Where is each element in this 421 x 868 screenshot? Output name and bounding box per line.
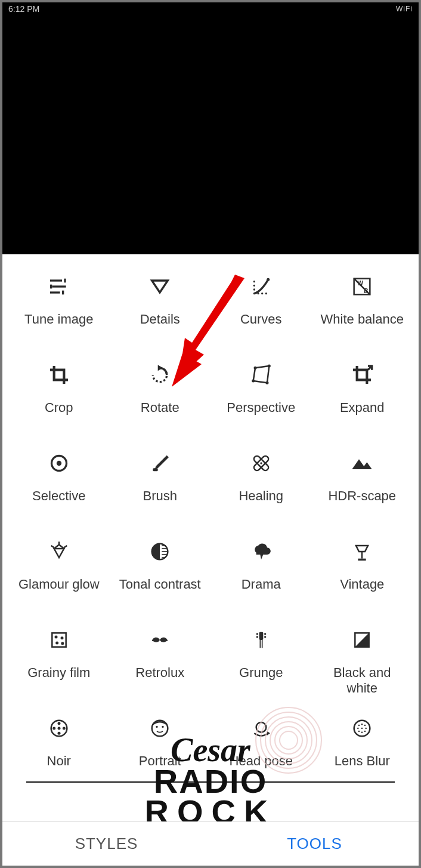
blur-circle-icon [348,714,376,743]
tool-expand[interactable]: Expand [312,361,413,432]
tool-noir[interactable]: Noir [8,714,110,786]
tool-grunge[interactable]: Grunge [210,626,312,697]
svg-point-68 [364,725,366,727]
bw-square-icon [348,626,376,654]
svg-point-18 [253,367,256,370]
tool-label: Lens Blur [335,753,390,769]
reel-icon [45,714,73,743]
tool-drama[interactable]: Drama [210,537,312,609]
tool-tune-image[interactable]: Tune image [8,272,110,344]
tool-label: Grunge [239,665,283,681]
tool-black-and-white[interactable]: Black and white [312,626,413,697]
tool-label: Tune image [24,312,93,327]
svg-point-45 [61,642,64,645]
bottom-tabs: STYLES TOOLS [2,821,419,866]
svg-point-51 [264,633,266,635]
tool-head-pose[interactable]: Head pose [210,714,312,786]
svg-point-19 [268,365,271,368]
svg-point-55 [57,722,60,725]
image-preview[interactable] [2,16,419,254]
tool-label: Healing [239,488,283,504]
tool-healing[interactable]: Healing [210,449,312,521]
svg-point-73 [361,731,363,733]
half-circle-icon [146,537,174,566]
svg-rect-3 [50,285,52,289]
tool-label: Black and white [317,665,407,697]
svg-point-11 [261,293,263,294]
cloud-bolt-icon [247,537,275,566]
tool-label: Expand [340,400,385,415]
wb-icon: WB [348,272,376,301]
tool-grainy-film[interactable]: Grainy film [8,626,110,697]
guitar-head-icon [247,626,275,654]
diamond-shine-icon [45,537,73,566]
status-right: WiFi [396,5,413,13]
svg-point-23 [57,461,61,466]
app-frame: 6:12 PM WiFi Tune imageDetailsCurvesWBWh… [0,0,421,868]
brush-icon [146,449,174,478]
svg-point-66 [358,725,360,727]
head-rotate-icon [247,714,275,743]
tool-hdr-scape[interactable]: HDR-scape [312,449,413,521]
status-wifi: WiFi [396,5,413,13]
tool-rotate[interactable]: Rotate [110,361,211,432]
svg-point-9 [253,281,255,282]
tools-grid: Tune imageDetailsCurvesWBWhite balanceCr… [2,254,419,792]
svg-marker-28 [352,459,372,469]
svg-point-44 [55,642,58,645]
svg-rect-1 [64,279,66,283]
tool-white-balance[interactable]: WBWhite balance [312,272,413,344]
svg-point-27 [260,462,262,464]
svg-point-52 [264,636,266,638]
tool-label: Crop [45,400,73,415]
curves-icon [247,272,275,301]
svg-point-67 [361,724,363,725]
svg-point-70 [361,728,363,730]
crop-icon [45,361,73,389]
tool-brush[interactable]: Brush [110,449,211,521]
status-bar: 6:12 PM WiFi [2,2,419,16]
tool-label: Perspective [227,400,295,415]
target-icon [45,449,73,478]
film-dots-icon [45,626,73,654]
tool-selective[interactable]: Selective [8,449,110,521]
triangle-down-icon [146,272,174,301]
tool-label: Glamour glow [18,577,100,592]
tool-curves[interactable]: Curves [210,272,312,344]
svg-marker-64 [267,731,270,735]
svg-marker-38 [260,555,263,559]
tab-styles[interactable]: STYLES [2,822,210,866]
svg-point-50 [256,636,258,638]
tool-label: Rotate [141,400,179,415]
svg-marker-17 [158,365,163,371]
expand-icon [348,361,376,389]
svg-text:W: W [358,280,364,287]
svg-point-43 [60,636,63,639]
tab-tools[interactable]: TOOLS [210,822,419,866]
tool-label: HDR-scape [328,488,396,504]
svg-rect-24 [153,468,158,471]
tool-perspective[interactable]: Perspective [210,361,312,432]
tool-glamour-glow[interactable]: Glamour glow [8,537,110,609]
svg-point-12 [265,293,267,294]
tool-portrait[interactable]: Portrait [110,714,211,786]
svg-point-13 [267,278,270,281]
svg-point-49 [256,633,258,635]
svg-rect-2 [52,285,66,287]
tool-crop[interactable]: Crop [8,361,110,432]
tool-label: Vintage [340,577,384,592]
svg-line-29 [51,546,54,547]
svg-text:B: B [364,288,369,294]
svg-point-74 [364,731,366,732]
svg-point-61 [156,726,158,728]
tools-panel: Tune imageDetailsCurvesWBWhite balanceCr… [2,254,419,821]
svg-point-7 [253,288,255,290]
rotate-icon [146,361,174,389]
tool-tonal-contrast[interactable]: Tonal contrast [110,537,211,609]
tool-lens-blur[interactable]: Lens Blur [312,714,413,786]
sliders-icon [45,272,73,301]
tool-retrolux[interactable]: Retrolux [110,626,211,697]
tool-details[interactable]: Details [110,272,211,344]
tool-vintage[interactable]: Vintage [312,537,413,609]
svg-rect-41 [52,633,66,647]
